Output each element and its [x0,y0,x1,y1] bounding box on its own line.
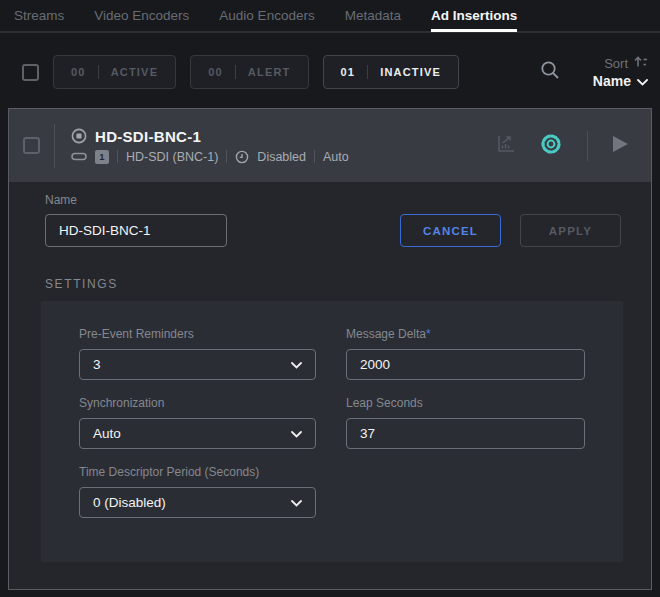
sort-value: Name [593,73,631,89]
pre-event-reminders-label: Pre-Event Reminders [79,327,316,341]
gear-icon [539,132,563,160]
divider [587,131,588,161]
device-card-body: Name CANCEL APPLY SETTINGS Pre-Event Rem… [9,182,651,562]
name-row: Name CANCEL APPLY [45,193,621,247]
leap-seconds-field: Leap Seconds [346,396,585,449]
search-icon [539,59,561,85]
sort-control[interactable]: Sort Name [593,56,648,89]
tab-streams[interactable]: Streams [14,8,64,32]
cancel-button[interactable]: CANCEL [400,214,501,247]
message-delta-field: Message Delta* [346,327,585,380]
play-icon [612,135,629,157]
name-field-group: Name [45,193,227,247]
device-checkbox[interactable] [23,137,40,154]
device-status: Disabled [257,150,306,164]
divider [98,65,99,79]
device-action-icons [496,131,629,161]
tab-ad-insertions[interactable]: Ad Insertions [431,8,517,32]
synchronization-label: Synchronization [79,396,316,410]
tab-video-encoders[interactable]: Video Encoders [94,8,189,32]
divider [226,150,227,163]
time-descriptor-period-select[interactable]: 0 (Disabled) [79,487,316,518]
filter-active-button[interactable]: 00 ACTIVE [53,55,176,89]
device-summary: HD-SDI-BNC-1 1 HD-SDI (BNC-1) [71,128,349,164]
filter-bar: 00 ACTIVE 00 ALERT 01 INACTIVE [22,55,648,89]
divider [117,150,118,163]
divider [54,124,55,168]
name-label: Name [45,193,227,207]
filter-alert-count: 00 [208,66,223,78]
synchronization-value: Auto [93,426,121,441]
settings-button[interactable] [539,132,563,160]
device-card: HD-SDI-BNC-1 1 HD-SDI (BNC-1) [8,108,652,590]
settings-heading: SETTINGS [45,277,621,291]
record-status-icon [71,128,87,144]
filter-active-count: 00 [71,66,86,78]
device-card-header: HD-SDI-BNC-1 1 HD-SDI (BNC-1) [9,109,651,182]
divider [367,65,368,79]
time-descriptor-period-label: Time Descriptor Period (Seconds) [79,465,316,479]
filter-inactive-count: 01 [341,66,356,78]
apply-button[interactable]: APPLY [520,214,621,247]
filter-active-label: ACTIVE [111,66,159,78]
stats-button[interactable] [496,133,517,158]
form-actions: CANCEL APPLY [400,214,621,247]
device-interface: HD-SDI (BNC-1) [126,150,218,164]
device-title: HD-SDI-BNC-1 [95,128,201,145]
tab-metadata[interactable]: Metadata [345,8,401,32]
filter-alert-button[interactable]: 00 ALERT [190,55,308,89]
device-mode: Auto [323,150,349,164]
filter-inactive-label: INACTIVE [380,66,441,78]
time-descriptor-period-field: Time Descriptor Period (Seconds) 0 (Disa… [79,465,316,518]
divider [314,150,315,163]
synchronization-field: Synchronization Auto [79,396,316,449]
port-number-badge: 1 [95,150,109,164]
start-button[interactable] [612,135,629,157]
message-delta-label: Message Delta [346,327,426,341]
sort-ascending-icon [634,56,648,71]
chevron-down-icon [291,426,302,441]
select-all-checkbox[interactable] [22,64,39,81]
time-descriptor-period-value: 0 (Disabled) [93,495,166,510]
clock-icon [235,150,249,164]
synchronization-select[interactable]: Auto [79,418,316,449]
filter-alert-label: ALERT [248,66,291,78]
tab-audio-encoders[interactable]: Audio Encoders [219,8,314,32]
tab-bar: Streams Video Encoders Audio Encoders Me… [0,0,660,33]
message-delta-input[interactable] [346,349,585,380]
pre-event-reminders-field: Pre-Event Reminders 3 [79,327,316,380]
divider [235,65,236,79]
chevron-down-icon [637,73,648,89]
pre-event-reminders-select[interactable]: 3 [79,349,316,380]
filter-right-group: Sort Name [537,56,648,89]
pre-event-reminders-value: 3 [93,357,101,372]
chevron-down-icon [291,357,302,372]
chart-icon [496,133,517,158]
sort-label: Sort [604,56,628,71]
leap-seconds-input[interactable] [346,418,585,449]
leap-seconds-label: Leap Seconds [346,396,585,410]
name-input[interactable] [45,214,227,247]
settings-panel: Pre-Event Reminders 3 Message Delta* [41,301,623,562]
required-asterisk: * [426,327,431,341]
page: Streams Video Encoders Audio Encoders Me… [0,0,660,597]
chevron-down-icon [291,495,302,510]
sdi-connector-icon [71,152,87,161]
filter-inactive-button[interactable]: 01 INACTIVE [323,55,460,89]
search-button[interactable] [537,59,563,85]
